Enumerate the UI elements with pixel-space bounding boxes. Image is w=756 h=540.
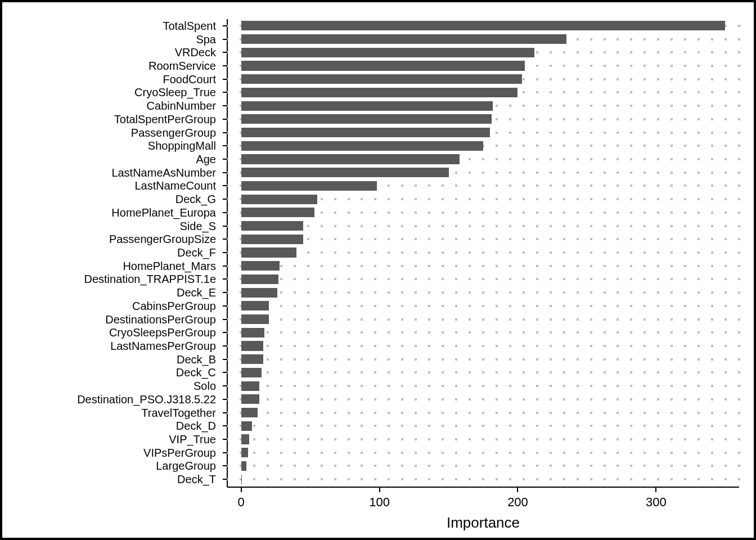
y-tick	[223, 425, 227, 426]
grid-dot	[401, 398, 403, 400]
grid-dot	[550, 212, 552, 214]
grid-dot	[415, 212, 417, 214]
grid-dot	[630, 358, 632, 361]
grid-dot	[724, 452, 727, 454]
grid-dot	[509, 265, 511, 267]
grid-dot	[563, 452, 565, 454]
grid-dot	[670, 398, 673, 400]
grid-dot	[253, 452, 255, 454]
grid-dot	[509, 425, 511, 427]
grid-dot	[321, 438, 323, 440]
grid-dot	[469, 478, 471, 480]
grid-dot	[630, 132, 632, 134]
grid-dot	[657, 278, 659, 280]
grid-dot	[401, 478, 403, 480]
y-tick-label: DestinationsPerGroup	[105, 314, 216, 325]
grid-dot	[536, 465, 538, 467]
grid-dot	[280, 331, 282, 334]
grid-dot	[616, 158, 619, 160]
grid-dot	[590, 118, 592, 120]
grid-dot	[496, 278, 498, 280]
grid-dot	[321, 198, 323, 200]
grid-dot	[442, 345, 444, 347]
y-tick	[223, 132, 227, 133]
grid-dot	[469, 318, 471, 321]
grid-dot	[698, 38, 700, 40]
grid-dot	[670, 278, 673, 280]
grid-dot	[590, 318, 592, 321]
grid-dot	[590, 478, 592, 480]
grid-dot	[711, 212, 713, 214]
y-tick	[223, 412, 227, 413]
grid-dot	[374, 438, 376, 440]
grid-dot	[469, 305, 471, 307]
grid-dot	[616, 65, 619, 67]
y-tick-label: ShoppingMall	[148, 140, 216, 151]
y-tick-label: HomePlanet_Mars	[123, 260, 216, 272]
grid-dot	[550, 118, 552, 120]
grid-dot	[415, 345, 417, 347]
grid-dot	[536, 291, 538, 294]
grid-dot	[563, 371, 565, 374]
grid-dot	[455, 184, 457, 187]
grid-dot	[684, 438, 686, 440]
grid-dot	[482, 358, 484, 361]
grid-dot	[442, 238, 444, 240]
grid-dot	[698, 452, 700, 454]
grid-dot	[644, 291, 646, 294]
grid-dot	[455, 452, 457, 454]
grid-dot	[415, 225, 417, 227]
y-tick	[223, 332, 227, 333]
grid-dot	[724, 198, 727, 200]
grid-dot	[644, 91, 646, 93]
grid-dot	[616, 452, 619, 454]
grid-dot	[280, 412, 282, 414]
bar	[241, 21, 726, 30]
grid-dot	[361, 385, 363, 387]
grid-dot	[361, 212, 363, 214]
grid-dot	[334, 385, 336, 387]
grid-dot	[496, 291, 498, 294]
grid-dot	[698, 358, 700, 361]
grid-dot	[482, 212, 484, 214]
grid-dot	[334, 265, 336, 267]
grid-dot	[577, 278, 579, 280]
grid-dot	[374, 371, 376, 374]
grid-dot	[616, 172, 619, 174]
grid-dot	[630, 318, 632, 321]
grid-dot	[428, 425, 430, 427]
grid-dot	[401, 385, 403, 387]
grid-dot	[630, 278, 632, 280]
grid-dot	[388, 452, 390, 454]
grid-dot	[590, 145, 592, 147]
grid-dot	[644, 331, 646, 334]
grid-dot	[563, 318, 565, 321]
bar	[241, 208, 314, 217]
bar	[241, 235, 304, 244]
grid-dot	[267, 398, 269, 400]
grid-dot	[321, 425, 323, 427]
bar	[241, 434, 250, 444]
grid-dot	[307, 225, 309, 227]
grid-dot	[388, 358, 390, 361]
grid-dot	[469, 345, 471, 347]
grid-dot	[684, 184, 686, 187]
grid-dot	[604, 251, 606, 254]
grid-dot	[630, 38, 632, 40]
grid-dot	[334, 358, 336, 361]
grid-dot	[536, 371, 538, 374]
grid-dot	[523, 172, 525, 174]
grid-dot	[590, 51, 592, 53]
grid-dot	[604, 425, 606, 427]
grid-dot	[388, 265, 390, 267]
grid-dot	[334, 238, 336, 240]
grid-dot	[428, 305, 430, 307]
grid-dot	[550, 278, 552, 280]
grid-dot	[550, 331, 552, 334]
grid-dot	[401, 251, 403, 254]
grid-dot	[294, 385, 296, 387]
grid-dot	[523, 305, 525, 307]
grid-dot	[455, 358, 457, 361]
grid-dot	[563, 51, 565, 53]
y-tick-label: Deck_G	[176, 194, 216, 205]
